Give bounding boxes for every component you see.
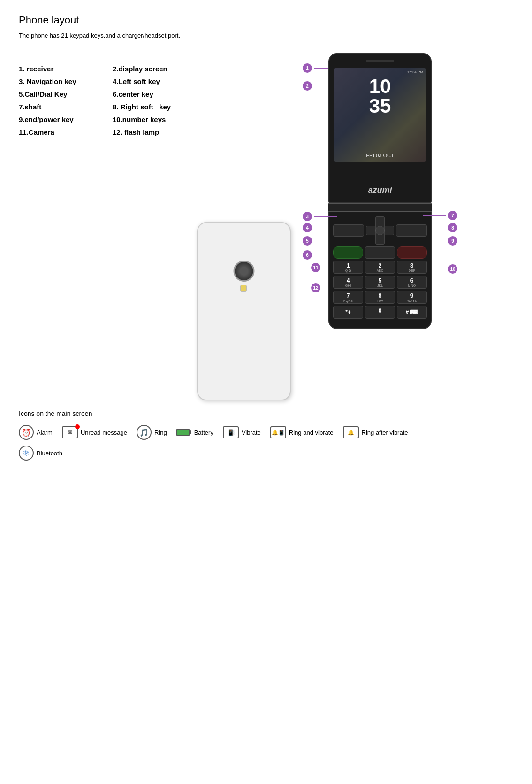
label-3: 3. Navigation key [19, 75, 103, 88]
keypad-row-2: 4GHI 5JKL 6MNO [333, 276, 427, 289]
alarm-icon: ⏰ [19, 425, 34, 440]
phone-brand: azumi [368, 185, 392, 195]
alarm-icon-item: ⏰ Alarm [19, 425, 53, 440]
phone-bottom-half: 1Q Ω 2ABC 3DEF 4GHI 5JKL [328, 212, 432, 329]
labels-right-col: 2.display screen 4.Left soft key 6.cente… [113, 62, 197, 138]
annot-4-group: 4 [303, 223, 337, 232]
key-1[interactable]: 1Q Ω [333, 261, 363, 274]
screen-status: 12:34 PM [407, 70, 423, 74]
main-content: 1. receiver 3. Navigation key 5.Call/Dia… [19, 53, 513, 382]
hash-key[interactable] [365, 246, 395, 259]
label-11: 11.Camera [19, 126, 103, 138]
back-camera [234, 261, 255, 282]
label-12: 12. flash lamp [113, 126, 197, 138]
unread-message-icon-item: ✉ Unread message [62, 426, 127, 438]
ring-label: Ring [154, 429, 167, 436]
icons-title: Icons on the main screen [19, 410, 513, 417]
dot-11: 11 [311, 263, 320, 272]
key-2[interactable]: 2ABC [365, 261, 395, 274]
dot-2: 2 [303, 81, 312, 91]
annot-10-group: 10 [423, 264, 457, 274]
phone-back: 11 12 [197, 138, 291, 400]
dot-8: 8 [448, 223, 457, 232]
ring-vibrate-icon: 🔔📳 [270, 426, 286, 438]
annot-6-group: 6 [303, 250, 337, 260]
icons-row-1: ⏰ Alarm ✉ Unread message 🎵 Ring Battery [19, 425, 513, 440]
unread-message-label: Unread message [81, 429, 127, 436]
icons-section: Icons on the main screen ⏰ Alarm ✉ Unrea… [19, 410, 513, 461]
ring-after-vibrate-label: Ring after vibrate [362, 429, 408, 436]
battery-body [176, 429, 190, 436]
phone-hinge [328, 203, 432, 212]
battery-tip [190, 430, 191, 434]
label-9: 9.end/power key [19, 113, 103, 126]
annot-9-group: 9 [423, 236, 457, 246]
phone-top-half: 12:34 PM 10 35 FRI 03 OCT azumi [328, 53, 432, 203]
ring-vibrate-icon-item: 🔔📳 Ring and vibrate [270, 426, 334, 438]
bluetooth-label: Bluetooth [37, 450, 62, 457]
key-4[interactable]: 4GHI [333, 276, 363, 289]
label-6: 6.center key [113, 88, 197, 100]
ring-icon: 🎵 [137, 425, 152, 440]
call-end-row [333, 246, 427, 259]
annot-3-group: 3 [303, 212, 337, 221]
dot-5: 5 [303, 236, 312, 246]
screen-date: FRI 03 OCT [366, 153, 394, 158]
phone-screen: 12:34 PM 10 35 FRI 03 OCT [334, 68, 426, 162]
unread-message-icon: ✉ [62, 426, 78, 438]
labels-section: 1. receiver 3. Navigation key 5.Call/Dia… [19, 53, 197, 382]
label-7: 7.shaft [19, 100, 103, 113]
icons-row-2: ⚛ Bluetooth [19, 446, 513, 461]
dot-4: 4 [303, 223, 312, 232]
battery-icon [176, 429, 191, 436]
battery-icon-item: Battery [176, 429, 213, 436]
vibrate-icon-item: 📳 Vibrate [223, 426, 261, 438]
key-hash[interactable]: # ⌨ [397, 306, 427, 319]
battery-label: Battery [194, 429, 213, 436]
nav-row [333, 216, 427, 245]
dot-6: 6 [303, 250, 312, 260]
dot-9: 9 [448, 236, 457, 246]
key-9[interactable]: 9WXYZ [397, 291, 427, 304]
keypad-row-1: 1Q Ω 2ABC 3DEF [333, 261, 427, 274]
annot-7-group: 7 [423, 211, 457, 220]
bluetooth-icon: ⚛ [19, 446, 34, 461]
label-10: 10.number keys [113, 113, 197, 126]
ring-vibrate-label: Ring and vibrate [289, 429, 334, 436]
key-6[interactable]: 6MNO [397, 276, 427, 289]
label-5: 5.Call/Dial Key [19, 88, 103, 100]
phone-front: 1 2 12:34 PM 10 35 FRI 03 OCT [328, 53, 432, 329]
vibrate-icon: 📳 [223, 426, 239, 438]
key-5[interactable]: 5JKL [365, 276, 395, 289]
label-4: 4.Left soft key [113, 75, 197, 88]
key-8[interactable]: 8TUV [365, 291, 395, 304]
annot-5-group: 5 [303, 236, 337, 246]
nav-cross [366, 216, 394, 245]
ring-after-vibrate-icon: 🔔 [343, 426, 359, 438]
left-soft-key[interactable] [333, 224, 364, 237]
label-1: 1. receiver [19, 62, 103, 75]
end-key[interactable] [397, 246, 427, 259]
label-8: 8. Right soft key [113, 100, 197, 113]
dot-7: 7 [448, 211, 457, 220]
alarm-label: Alarm [37, 429, 53, 436]
dot-10: 10 [448, 264, 457, 274]
key-7[interactable]: 7PQRS [333, 291, 363, 304]
nav-center-btn[interactable] [375, 226, 385, 235]
ring-icon-item: 🎵 Ring [137, 425, 167, 440]
phone-back-body: 11 12 [197, 222, 291, 400]
ring-after-vibrate-icon-item: 🔔 Ring after vibrate [343, 426, 408, 438]
key-star[interactable]: *+ [333, 306, 363, 319]
keypad-row-3: 7PQRS 8TUV 9WXYZ [333, 291, 427, 304]
screen-time: 10 35 [369, 77, 391, 116]
annot-11-line: 11 [286, 263, 320, 272]
keypad-row-4: *+ 0— # ⌨ [333, 306, 427, 319]
dot-3: 3 [303, 212, 312, 221]
key-0[interactable]: 0— [365, 306, 395, 319]
call-key[interactable] [333, 246, 363, 259]
dot-12: 12 [311, 283, 320, 292]
vibrate-label: Vibrate [242, 429, 261, 436]
page-title: Phone layout [19, 14, 513, 26]
annot-8-group: 8 [423, 223, 457, 232]
page-subtitle: The phone has 21 keypad keys,and a charg… [19, 32, 513, 39]
